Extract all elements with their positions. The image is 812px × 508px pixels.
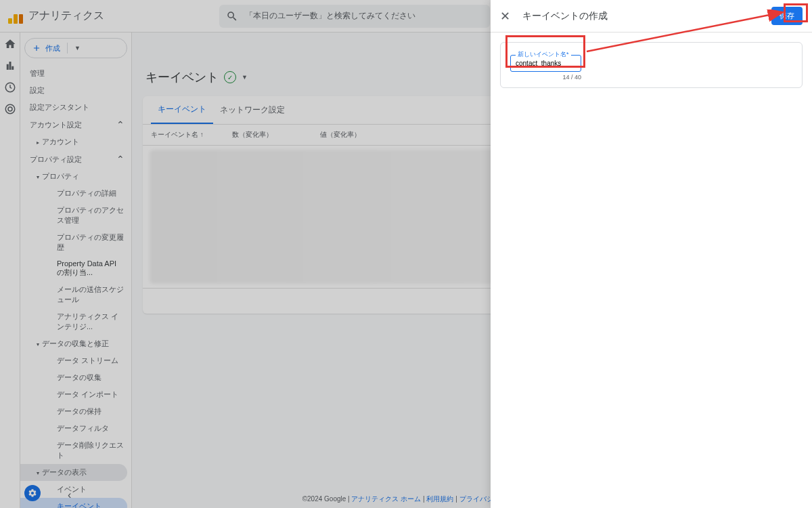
search-icon [226, 10, 238, 22]
chevron-down-icon[interactable]: ▼ [242, 74, 248, 81]
search-input[interactable]: 「本日のユーザー数」と検索してみてください [219, 5, 490, 28]
page-title: キーイベント [145, 69, 219, 85]
search-placeholder: 「本日のユーザー数」と検索してみてください [245, 10, 415, 22]
reports-icon[interactable] [4, 60, 16, 72]
sidebar-item[interactable]: データの保持 [20, 403, 131, 420]
svg-point-2 [8, 107, 12, 111]
chevron-down-icon: ▼ [74, 45, 81, 51]
create-key-event-drawer: ✕ キーイベントの作成 保存 新しいイベント名* 14 / 40 [491, 0, 812, 508]
sidebar-property-settings[interactable]: プロパティ設定⌃ [20, 150, 131, 168]
footer-link[interactable]: アナリティクス ホーム [351, 495, 421, 503]
sidebar-item[interactable]: データ ストリーム [20, 352, 131, 369]
sidebar-item[interactable]: プロパティの変更履歴 [20, 229, 131, 256]
sidebar-data-display[interactable]: ▾データの表示 [20, 464, 127, 481]
tab-key-events[interactable]: キーイベント [151, 96, 213, 124]
app-title: アナリティクス [28, 9, 104, 23]
footer-link[interactable]: 利用規約 [426, 495, 453, 503]
analytics-logo-icon [8, 9, 23, 24]
sidebar-settings[interactable]: 設定 [20, 82, 131, 99]
save-button[interactable]: 保存 [771, 7, 803, 25]
drawer-title: キーイベントの作成 [522, 10, 608, 22]
verified-badge-icon [224, 71, 236, 83]
sidebar-item[interactable]: Property Data API の割り当... [20, 256, 131, 281]
sidebar-item[interactable]: データ削除リクエスト [20, 437, 131, 464]
sidebar-item[interactable]: データ インポート [20, 386, 131, 403]
sidebar-item[interactable]: プロパティの詳細 [20, 185, 131, 202]
sidebar-item[interactable]: プロパティのアクセス管理 [20, 202, 131, 229]
close-icon[interactable]: ✕ [500, 9, 510, 24]
char-count: 14 / 40 [510, 74, 581, 81]
explore-icon[interactable] [4, 81, 16, 93]
chevron-up-icon: ⌃ [116, 119, 125, 130]
gear-icon [28, 488, 37, 498]
field-label: 新しいイベント名* [516, 50, 571, 59]
form-card: 新しいイベント名* 14 / 40 [500, 42, 803, 88]
col-name[interactable]: キーイベント名 ↑ [151, 130, 232, 140]
col-value: 値（変化率） [320, 130, 408, 140]
sidebar-data-collection[interactable]: ▾データの収集と修正 [20, 335, 131, 352]
home-icon[interactable] [4, 38, 16, 50]
col-count: 数（変化率） [232, 130, 320, 140]
sidebar-item[interactable]: アナリティクス インテリジ... [20, 308, 131, 335]
sidebar-setup-assistant[interactable]: 設定アシスタント [20, 99, 131, 116]
sidebar-property[interactable]: ▾プロパティ [20, 168, 131, 185]
sidebar-item[interactable]: データフィルタ [20, 420, 131, 437]
chevron-up-icon: ⌃ [116, 154, 125, 165]
plus-icon [32, 43, 41, 53]
sidebar-account[interactable]: ▸アカウント [20, 133, 131, 150]
tab-network[interactable]: ネットワーク設定 [213, 96, 292, 124]
svg-point-1 [5, 104, 15, 114]
sidebar-account-settings[interactable]: アカウント設定⌃ [20, 116, 131, 133]
sidebar-item[interactable]: データの収集 [20, 369, 131, 386]
sidebar-item[interactable]: メールの送信スケジュール [20, 281, 131, 308]
advertising-icon[interactable] [4, 103, 16, 115]
chevron-left-icon[interactable]: ‹ [68, 489, 71, 501]
create-button[interactable]: 作成 ▼ [24, 38, 127, 58]
admin-gear-button[interactable] [24, 485, 41, 501]
sidebar-admin[interactable]: 管理 [20, 65, 131, 82]
